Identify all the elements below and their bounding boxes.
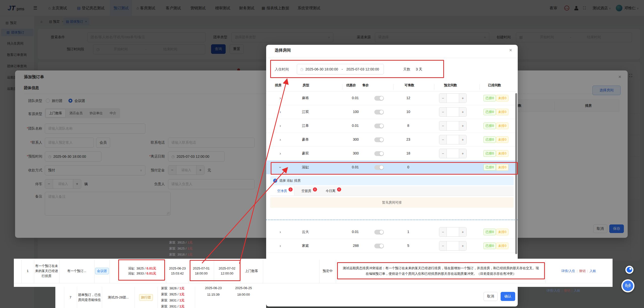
modal-scrollbar[interactable]	[515, 93, 517, 254]
plus-button[interactable]: +	[459, 135, 466, 144]
chevron-right-icon[interactable]: ›	[278, 244, 282, 248]
room-row-jiangshuang[interactable]: › 江双100100 10 −+ 已排0 未排0	[266, 105, 518, 119]
chevron-right-icon[interactable]: ›	[278, 230, 282, 234]
group-type-tag: 旅行团	[135, 287, 156, 308]
minus-button[interactable]: −	[439, 241, 447, 250]
price-toggle[interactable]	[374, 137, 384, 142]
revoke-link[interactable]: 撤销	[564, 289, 570, 292]
minus-button[interactable]: −	[439, 149, 447, 158]
chevron-right-icon[interactable]: ›	[278, 96, 282, 100]
unassigned-badge: 未排0	[496, 243, 508, 249]
no-rooms-notice: 暂无房间可排	[270, 197, 514, 208]
count-input[interactable]	[447, 241, 459, 250]
tab-today-leave[interactable]: 今日离0	[318, 186, 343, 196]
price-toggle[interactable]	[374, 244, 384, 248]
plus-button[interactable]: +	[459, 149, 466, 158]
chevron-right-icon[interactable]: ›	[278, 110, 282, 114]
highlighted-order-row[interactable]: 1 有一个预订在未来的某天已经进行排房 有一个预订... 会议团 浴缸 3825…	[14, 259, 613, 287]
arrive-time-cell: 2025-06-2518:00:00	[231, 287, 256, 298]
count-input[interactable]	[447, 121, 459, 130]
price-toggle[interactable]	[374, 230, 384, 235]
assigned-badge: 已排0	[484, 243, 496, 249]
room-modal-confirm-button[interactable]: 确认	[501, 292, 515, 301]
days-label: 天数	[403, 67, 410, 72]
minus-button[interactable]: −	[439, 107, 447, 117]
room-row-yunda[interactable]: › 云大0.010.01 1 −+ 已排0 未排0	[266, 225, 518, 239]
float-hotspot-button[interactable]	[621, 279, 634, 292]
count-input[interactable]	[447, 135, 459, 144]
checkin-range-input[interactable]: ◷ 2025-06-30 18:00:00 - 2025-07-03 12:00…	[297, 64, 384, 74]
room-row-jiating[interactable]: › 家庭288288 5 −+ 已排0 未排0	[266, 239, 518, 253]
order-desc: 有一个预订在未来的某天已经进行排房	[34, 259, 59, 283]
post-link[interactable]: 入账	[574, 289, 580, 292]
price-toggle[interactable]	[374, 110, 384, 114]
days-value: 3 天	[416, 67, 422, 72]
unassigned-badge: 未排0	[496, 136, 508, 143]
plus-button[interactable]: +	[459, 107, 466, 117]
price-toggle[interactable]	[374, 96, 384, 101]
plus-button[interactable]: +	[459, 227, 466, 237]
tab-clean-vacant[interactable]: 空净房0	[270, 186, 294, 196]
count-input[interactable]	[447, 94, 459, 103]
chevron-right-icon[interactable]: ›	[278, 137, 282, 142]
leave-time-cell: 2025-07-0212:00:00	[214, 259, 240, 283]
plus-button[interactable]: +	[459, 94, 466, 103]
order-desc: 团单预订，已住房间是否能续住	[77, 287, 102, 308]
room-row-majiang[interactable]: › 麻将0.010.01 12 −+ 已排0 未排0	[266, 91, 518, 105]
float-assistant-button[interactable]	[625, 266, 633, 274]
unassigned-badge: 未排0	[496, 229, 508, 235]
order-name: 测试25-28团...	[103, 287, 133, 308]
minus-button[interactable]: −	[439, 227, 447, 237]
room-count-stepper[interactable]: −+	[439, 121, 467, 131]
detail-checkin-link[interactable]: 详情/入住	[561, 268, 575, 274]
room-count-stepper[interactable]: −+	[439, 149, 467, 158]
detail-checkin-link[interactable]: 详情/入住	[546, 289, 560, 292]
chevron-right-icon[interactable]: ›	[278, 151, 282, 156]
assigned-badge: 已排0	[484, 164, 496, 171]
chevron-expanded-icon[interactable]: ›	[278, 165, 283, 169]
chevron-right-icon[interactable]: ›	[278, 124, 282, 128]
room-count-stepper[interactable]: −+	[439, 135, 467, 144]
assigned-badge: 已排0	[484, 95, 496, 101]
unassigned-badge: 未排0	[496, 95, 508, 101]
plus-button[interactable]: +	[459, 241, 466, 250]
unassigned-badge: 未排0	[496, 123, 508, 129]
price-toggle[interactable]	[374, 124, 384, 128]
room-row-yugang-selected[interactable]: › 浴缸0.010.01 0 已排0 未排0	[266, 161, 518, 174]
room-row-haodan[interactable]: › 豪单300300 23 −+ 已排0 未排0	[266, 133, 518, 147]
price-toggle[interactable]	[374, 165, 384, 170]
room-count-stepper[interactable]: −+	[439, 227, 467, 237]
hotspot-icon	[623, 281, 633, 291]
post-link[interactable]: 入账	[589, 268, 596, 274]
close-icon[interactable]: ×	[509, 47, 512, 53]
group-type-tag: 会议团	[95, 259, 109, 283]
room-row-jiangdan[interactable]: › 江单0.010.01 8 −+ 已排0 未排0	[266, 119, 518, 133]
row-actions: 详情/入住|撤销|入账	[546, 259, 611, 283]
count-input[interactable]	[447, 227, 459, 237]
count-input[interactable]	[447, 107, 459, 117]
room-count-stepper[interactable]: −+	[439, 107, 467, 117]
partial-order-row[interactable]: 7 团单预订，已住房间是否能续住 测试25-28团... 旅行团 家双 3826…	[55, 287, 266, 308]
assigned-badge: 已排0	[484, 109, 496, 115]
created-time-cell: 2025-06-2315:03:42	[167, 259, 188, 283]
count-input[interactable]	[447, 149, 459, 158]
conflict-note-cell: 测试远期房态排房冲突描述：有一个预订在未来的某天已经进行排房，现在新增加一个预订…	[338, 259, 543, 283]
assigned-badge: 已排0	[484, 136, 496, 143]
plus-button[interactable]: +	[459, 121, 466, 130]
minus-button[interactable]: −	[439, 135, 447, 144]
revoke-link[interactable]: 撤销	[579, 268, 586, 274]
room-count-stepper[interactable]: −+	[439, 93, 467, 103]
room-modal-cancel-button[interactable]: 取消	[484, 292, 498, 301]
assign-info-bar: i 选择 浴缸 排房	[270, 176, 514, 185]
minus-button[interactable]: −	[439, 121, 447, 130]
minus-button[interactable]: −	[439, 94, 447, 103]
tab-dirty-vacant[interactable]: 空脏房0	[294, 186, 318, 196]
assigned-badge: 已排0	[484, 150, 496, 157]
price-toggle[interactable]	[374, 151, 384, 156]
room-row-haoshuang[interactable]: › 豪双300300 18 −+ 已排0 未排0	[266, 147, 518, 161]
room-price-cell: 浴缸 3825 / 0.01元 浴缸 3933 / 0.01元	[119, 259, 165, 283]
room-table-header: 排房 房型 优惠价 售价 可售数 预定间数 已排间数	[266, 83, 518, 91]
assigned-badge: 已排0	[484, 229, 496, 235]
background-row-actions: 详情/入住|撤销|入账	[546, 288, 580, 293]
room-count-stepper[interactable]: −+	[439, 241, 467, 251]
